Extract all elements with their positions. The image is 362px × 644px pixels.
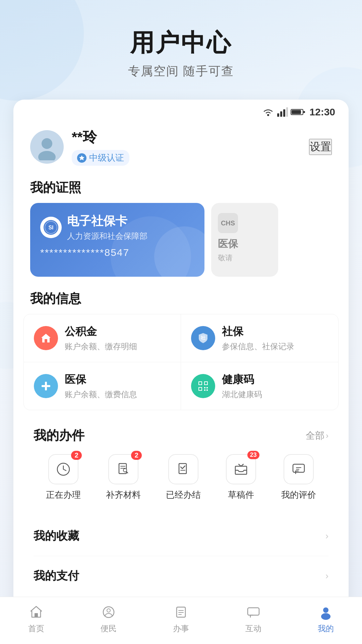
review-label: 我的评价: [281, 489, 316, 501]
svg-rect-34: [35, 613, 38, 617]
chat-nav-icon: [245, 604, 262, 621]
draft-label: 草稿件: [228, 489, 254, 501]
svg-rect-14: [45, 339, 47, 342]
business-header: 我的办件 全部 ›: [34, 427, 328, 444]
cert-level-text: 中级认证: [89, 152, 124, 164]
svg-text:SI: SI: [48, 225, 53, 230]
svg-rect-23: [199, 388, 201, 390]
my-info-title: 我的信息: [13, 287, 349, 314]
status-icons: [262, 107, 305, 117]
nav-item-interact[interactable]: 互动: [227, 604, 280, 634]
info-name-1: 社保: [222, 324, 328, 339]
info-desc-1: 参保信息、社保记录: [222, 341, 328, 352]
info-item-yibao[interactable]: 医保 账户余额、缴费信息: [24, 362, 181, 410]
svg-rect-19: [199, 382, 201, 384]
cert-icon: [77, 153, 86, 163]
nav-item-service[interactable]: 便民: [82, 604, 135, 634]
user-name: **玲: [72, 128, 129, 147]
nav-label-task: 办事: [173, 623, 189, 634]
svg-rect-1: [277, 113, 279, 117]
info-text-jiankangma: 健康码 湖北健康码: [222, 372, 328, 400]
med-card-sub: 敬请: [218, 253, 233, 263]
processing-label: 正在办理: [46, 489, 81, 501]
task-nav-icon: [173, 604, 189, 621]
si-card[interactable]: SI 电子社保卡 人力资源和社会保障部 **************8547: [30, 203, 204, 277]
svg-rect-24: [204, 387, 205, 388]
med-card-name: 医保: [218, 237, 238, 251]
my-cards-title: 我的证照: [13, 176, 349, 203]
business-title: 我的办件: [34, 427, 84, 444]
qr-icon: [191, 374, 215, 398]
nav-item-home[interactable]: 首页: [9, 604, 63, 634]
info-item-shebao[interactable]: 社 社保 参保信息、社保记录: [181, 314, 338, 362]
nav-item-task[interactable]: 办事: [154, 604, 208, 634]
info-desc-3: 湖北健康码: [222, 389, 328, 400]
svg-text:社: 社: [200, 335, 206, 340]
nav-label-mine: 我的: [318, 623, 334, 634]
svg-rect-25: [206, 387, 208, 388]
si-logo: SI: [40, 217, 62, 238]
page-header: 用户中心 专属空间 随手可查: [0, 0, 362, 93]
med-card[interactable]: CHS 医保 敬请: [211, 203, 278, 277]
my-business-section: 我的办件 全部 › 2 正在办理: [23, 417, 339, 511]
list-item-payment[interactable]: 我的支付 ›: [34, 556, 328, 596]
chevron-right-icon: ›: [326, 431, 328, 440]
completed-label: 已经办结: [166, 489, 201, 501]
supplement-badge: 2: [131, 451, 142, 460]
home-nav-icon: [28, 604, 45, 621]
info-name-0: 公积金: [65, 324, 171, 339]
svg-rect-4: [286, 107, 288, 117]
wifi-icon: [262, 107, 275, 117]
info-grid: 公积金 账户余额、缴存明细 社 社保 参保信息、社保记录: [23, 314, 339, 410]
svg-rect-38: [248, 608, 259, 615]
signal-icon: [277, 107, 288, 117]
bottom-nav: 首页 便民 办事: [0, 597, 362, 644]
svg-point-40: [321, 613, 330, 620]
info-text-gongjijin: 公积金 账户余额、缴存明细: [65, 324, 171, 352]
svg-rect-3: [283, 109, 285, 117]
med-card-logo: CHS: [218, 213, 238, 233]
svg-rect-2: [280, 111, 282, 117]
collections-label: 我的收藏: [34, 528, 79, 544]
info-desc-0: 账户余额、缴存明细: [65, 341, 171, 352]
user-info: **玲 中级认证: [72, 128, 129, 166]
collections-chevron-icon: ›: [325, 531, 328, 541]
svg-point-0: [267, 114, 269, 116]
business-item-draft[interactable]: 23 草稿件: [226, 454, 256, 501]
business-item-completed[interactable]: 已经办结: [166, 454, 201, 501]
svg-point-30: [123, 469, 127, 472]
business-icons: 2 正在办理 2: [34, 454, 328, 501]
business-item-supplement[interactable]: 2 补齐材料: [106, 454, 141, 501]
service-nav-icon: [100, 604, 117, 621]
svg-rect-6: [303, 111, 305, 113]
nav-label-home: 首页: [28, 623, 44, 634]
payment-chevron-icon: ›: [325, 571, 328, 581]
status-time: 12:30: [309, 106, 335, 118]
user-section: **玲 中级认证 设置: [13, 121, 349, 176]
list-item-collections[interactable]: 我的收藏 ›: [34, 516, 328, 556]
info-text-yibao: 医保 账户余额、缴费信息: [65, 372, 171, 400]
doc-check-icon: [168, 454, 198, 484]
completed-icon-wrap: [168, 454, 198, 484]
nav-label-service: 便民: [101, 623, 117, 634]
draft-badge: 23: [247, 451, 259, 459]
draft-icon-wrap: 23: [226, 454, 256, 484]
nav-item-mine[interactable]: 我的: [299, 604, 353, 634]
svg-rect-26: [204, 389, 205, 391]
info-item-gongjijin[interactable]: 公积金 账户余额、缴存明细: [24, 314, 181, 362]
business-item-processing[interactable]: 2 正在办理: [46, 454, 81, 501]
info-name-2: 医保: [65, 372, 171, 387]
svg-point-39: [323, 607, 328, 613]
supplement-label: 补齐材料: [106, 489, 141, 501]
processing-icon-wrap: 2: [48, 454, 78, 484]
all-link[interactable]: 全部 ›: [306, 429, 328, 442]
info-text-shebao: 社保 参保信息、社保记录: [222, 324, 328, 352]
nav-label-interact: 互动: [245, 623, 261, 634]
svg-point-9: [38, 151, 56, 160]
info-item-jiankangma[interactable]: 健康码 湖北健康码: [181, 362, 338, 410]
svg-point-8: [42, 138, 52, 149]
page-title: 用户中心: [0, 27, 362, 59]
business-item-review[interactable]: 我的评价: [281, 454, 316, 501]
info-desc-2: 账户余额、缴费信息: [65, 389, 171, 400]
settings-button[interactable]: 设置: [309, 139, 332, 155]
